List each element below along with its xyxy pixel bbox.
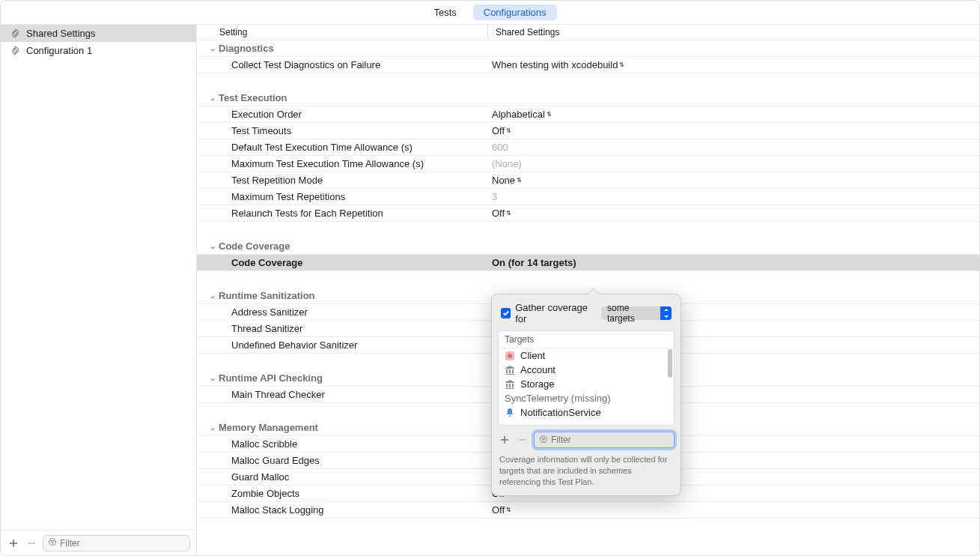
tab-configurations[interactable]: Configurations bbox=[473, 4, 557, 20]
filter-icon bbox=[539, 435, 548, 446]
targets-panel: Targets ClientAccountStorageSyncTelemetr… bbox=[498, 330, 675, 426]
popup-indicator-icon: ⇅ bbox=[619, 61, 624, 68]
target-item[interactable]: NotificationService bbox=[499, 405, 674, 420]
coverage-popover: Gather coverage for some targets Targets… bbox=[491, 294, 681, 496]
setting-name: Main Thread Checker bbox=[197, 389, 487, 400]
sidebar-filter[interactable] bbox=[43, 535, 190, 552]
setting-row[interactable]: Collect Test Diagnostics on FailureWhen … bbox=[197, 57, 979, 73]
group-label: Memory Management bbox=[219, 422, 318, 433]
setting-name: Default Test Execution Time Allowance (s… bbox=[197, 142, 487, 153]
setting-value[interactable]: 3 bbox=[487, 191, 979, 202]
group-header[interactable]: ⌄Diagnostics bbox=[197, 40, 979, 57]
setting-row[interactable]: Malloc Stack LoggingOff⇅ bbox=[197, 502, 979, 519]
setting-name: Test Repetition Mode bbox=[197, 175, 487, 186]
popup-indicator-icon: ⇅ bbox=[547, 111, 552, 118]
targets-scrollbar[interactable] bbox=[668, 349, 672, 378]
setting-value[interactable]: When testing with xcodebuild⇅ bbox=[487, 59, 979, 70]
setting-value[interactable]: Off⇅ bbox=[487, 125, 979, 136]
target-label: Client bbox=[520, 350, 545, 361]
target-add-button[interactable] bbox=[498, 433, 511, 447]
setting-name: Guard Malloc bbox=[197, 471, 487, 483]
targets-filter-input[interactable] bbox=[551, 435, 669, 445]
target-label: SyncTelemetry (missing) bbox=[505, 393, 611, 404]
chevron-down-icon: ⌄ bbox=[210, 291, 216, 300]
chevron-down-icon: ⌄ bbox=[210, 94, 216, 102]
setting-name: Thread Sanitizer bbox=[197, 323, 487, 334]
group-label: Runtime API Checking bbox=[219, 372, 323, 384]
bank-icon bbox=[505, 379, 515, 390]
setting-row[interactable]: Maximum Test Repetitions3 bbox=[197, 189, 979, 205]
target-item[interactable]: Client bbox=[499, 348, 674, 363]
chevron-down-icon: ⌄ bbox=[210, 242, 216, 250]
sidebar-filter-input[interactable] bbox=[60, 538, 185, 549]
target-remove-button[interactable] bbox=[516, 433, 529, 447]
setting-name: Relaunch Tests for Each Repetition bbox=[197, 208, 487, 219]
column-value[interactable]: Shared Settings bbox=[487, 25, 979, 40]
gather-coverage-checkbox[interactable] bbox=[501, 308, 511, 318]
setting-name: Test Timeouts bbox=[197, 125, 487, 136]
value-text: None bbox=[492, 175, 515, 186]
setting-row[interactable]: Relaunch Tests for Each RepetitionOff⇅ bbox=[197, 205, 979, 222]
svg-point-1 bbox=[508, 354, 512, 358]
setting-value[interactable]: None⇅ bbox=[487, 175, 979, 186]
value-text: Off bbox=[492, 504, 505, 516]
setting-name: Malloc Scribble bbox=[197, 438, 487, 450]
sidebar-item-label: Configuration 1 bbox=[26, 45, 92, 56]
setting-value[interactable]: Alphabetical⇅ bbox=[487, 109, 979, 120]
group-label: Runtime Sanitization bbox=[219, 290, 315, 301]
value-text: Off bbox=[492, 208, 505, 219]
tab-bar: Tests Configurations bbox=[1, 1, 979, 25]
sidebar-item-configuration-1[interactable]: Configuration 1 bbox=[1, 42, 196, 59]
setting-name: Address Sanitizer bbox=[197, 306, 487, 318]
group-label: Diagnostics bbox=[219, 43, 274, 54]
group-label: Test Execution bbox=[219, 92, 287, 103]
setting-row[interactable]: Code CoverageOn (for 14 targets) bbox=[197, 255, 979, 271]
add-button[interactable] bbox=[7, 537, 20, 550]
remove-button[interactable] bbox=[25, 537, 38, 550]
setting-row[interactable]: Default Test Execution Time Allowance (s… bbox=[197, 139, 979, 156]
sidebar: Shared Settings Configuration 1 bbox=[1, 25, 197, 555]
setting-name: Zombie Objects bbox=[197, 488, 487, 499]
group-header[interactable]: ⌄Test Execution bbox=[197, 90, 979, 106]
chevron-down-icon: ⌄ bbox=[210, 423, 216, 432]
setting-value[interactable]: 600 bbox=[487, 142, 979, 153]
sidebar-list: Shared Settings Configuration 1 bbox=[1, 25, 196, 530]
targets-header: Targets bbox=[499, 331, 674, 348]
popup-indicator-icon: ⇅ bbox=[517, 177, 522, 184]
tab-tests[interactable]: Tests bbox=[423, 4, 466, 20]
targets-list: ClientAccountStorageSyncTelemetry (missi… bbox=[499, 348, 674, 425]
setting-value[interactable]: Off⇅ bbox=[487, 504, 979, 516]
target-item[interactable]: Storage bbox=[499, 377, 674, 391]
target-item[interactable]: Account bbox=[499, 363, 674, 377]
coverage-scope-dropdown[interactable]: some targets bbox=[601, 306, 672, 320]
setting-row[interactable]: Test Repetition ModeNone⇅ bbox=[197, 172, 979, 189]
popup-indicator-icon: ⇅ bbox=[506, 210, 511, 217]
setting-row[interactable]: Execution OrderAlphabetical⇅ bbox=[197, 106, 979, 123]
column-setting[interactable]: Setting bbox=[197, 27, 487, 37]
setting-name: Maximum Test Execution Time Allowance (s… bbox=[197, 158, 487, 169]
setting-value[interactable]: Off⇅ bbox=[487, 208, 979, 219]
value-text: On (for 14 targets) bbox=[492, 257, 576, 268]
targets-filter[interactable] bbox=[534, 432, 675, 448]
chevron-down-icon: ⌄ bbox=[210, 44, 216, 52]
target-item[interactable]: SyncTelemetry (missing) bbox=[499, 391, 674, 405]
setting-name: Maximum Test Repetitions bbox=[197, 191, 487, 202]
value-text: Alphabetical bbox=[492, 109, 545, 120]
setting-name: Undefined Behavior Sanitizer bbox=[197, 339, 487, 351]
sidebar-item-shared-settings[interactable]: Shared Settings bbox=[1, 25, 196, 42]
setting-name: Execution Order bbox=[197, 109, 487, 120]
value-text: (None) bbox=[492, 158, 522, 169]
group-label: Code Coverage bbox=[219, 241, 290, 252]
filter-icon bbox=[48, 537, 57, 549]
setting-row[interactable]: Maximum Test Execution Time Allowance (s… bbox=[197, 156, 979, 172]
group-header[interactable]: ⌄Code Coverage bbox=[197, 238, 979, 255]
setting-value[interactable]: On (for 14 targets) bbox=[487, 257, 979, 268]
popup-indicator-icon: ⇅ bbox=[506, 127, 511, 134]
setting-row[interactable]: Test TimeoutsOff⇅ bbox=[197, 123, 979, 139]
setting-name: Malloc Stack Logging bbox=[197, 504, 487, 516]
setting-name: Malloc Guard Edges bbox=[197, 455, 487, 466]
value-text: 600 bbox=[492, 142, 508, 153]
target-label: NotificationService bbox=[520, 407, 601, 418]
setting-name: Code Coverage bbox=[197, 257, 487, 268]
setting-value[interactable]: (None) bbox=[487, 158, 979, 169]
